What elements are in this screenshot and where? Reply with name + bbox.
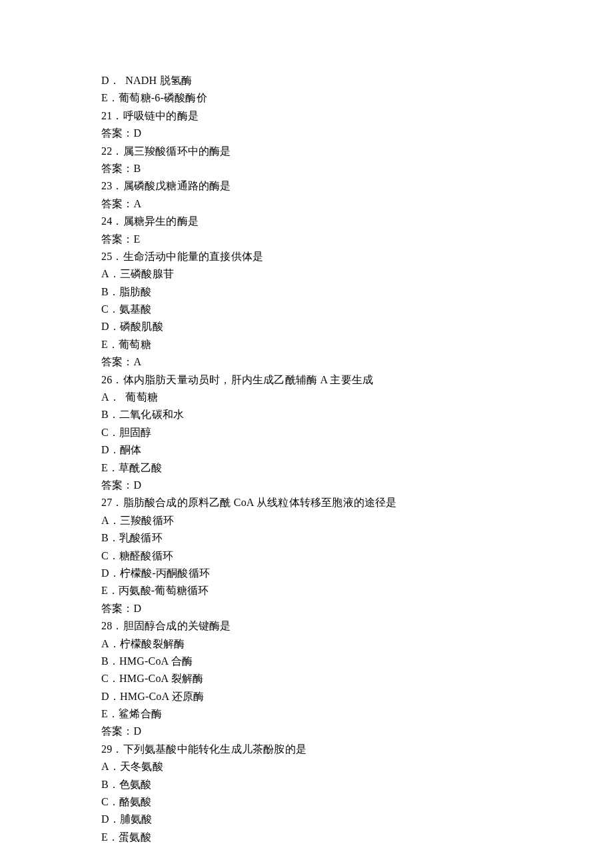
document-page: D． NADH 脱氢酶 E．葡萄糖-6-磷酸酶价 21．呼吸链中的酶是 答案：D…	[0, 0, 613, 868]
text-line: E．葡萄糖-6-磷酸酶价	[101, 89, 613, 107]
text-line: 答案：D	[101, 723, 613, 740]
text-line: A． 葡萄糖	[101, 389, 613, 406]
text-line: 答案：A	[101, 353, 613, 371]
text-line: 答案：D	[101, 600, 613, 617]
text-line: C．HMG-CoA 裂解酶	[101, 670, 613, 687]
text-line: E．鲨烯合酶	[101, 705, 613, 723]
text-line: 答案：D	[101, 477, 613, 494]
text-line: 28．胆固醇合成的关键酶是	[101, 617, 613, 635]
text-line: C．胆固醇	[101, 424, 613, 441]
text-line: 26．体内脂肪天量动员时，肝内生成乙酰辅酶 A 主要生成	[101, 371, 613, 389]
text-line: B．二氧化碳和水	[101, 406, 613, 423]
text-line: D．磷酸肌酸	[101, 318, 613, 335]
text-line: D．柠檬酸-丙酮酸循环	[101, 565, 613, 582]
text-line: B．乳酸循环	[101, 529, 613, 547]
text-line: 答案：D	[101, 125, 613, 142]
text-line: C．氨基酸	[101, 301, 613, 318]
text-line: 23．属磷酸戊糖通路的酶是	[101, 177, 613, 195]
text-line: 22．属三羧酸循环中的酶是	[101, 143, 613, 160]
text-line: C．酪氨酸	[101, 793, 613, 811]
text-line: D． NADH 脱氢酶	[101, 72, 613, 89]
text-line: 答案：B	[101, 160, 613, 177]
text-line: E．葡萄糖	[101, 336, 613, 353]
text-line: D．酮体	[101, 441, 613, 459]
text-line: D．脯氨酸	[101, 811, 613, 828]
text-line: A．柠檬酸裂解酶	[101, 635, 613, 653]
text-line: A．三羧酸循环	[101, 512, 613, 529]
text-line: B．色氨酸	[101, 776, 613, 793]
text-line: 21．呼吸链中的酶是	[101, 107, 613, 125]
text-line: 24．属糖异生的酶是	[101, 213, 613, 230]
text-line: E．蛋氨酸	[101, 829, 613, 846]
text-line: B．脂肪酸	[101, 283, 613, 301]
text-line: 27．脂肪酸合成的原料乙酰 CoA 从线粒体转移至胞液的途径是	[101, 494, 613, 511]
text-line: A．天冬氨酸	[101, 758, 613, 775]
text-line: C．糖醛酸循环	[101, 547, 613, 565]
text-line: E．丙氨酸-葡萄糖循环	[101, 582, 613, 599]
text-line: D．HMG-CoA 还原酶	[101, 688, 613, 705]
text-line: 25．生命活动中能量的直接供体是	[101, 248, 613, 265]
text-line: A．三磷酸腺苷	[101, 265, 613, 283]
text-line: 29．下列氨基酸中能转化生成儿茶酚胺的是	[101, 741, 613, 758]
text-line: 答案：E	[101, 231, 613, 248]
text-line: B．HMG-CoA 合酶	[101, 653, 613, 670]
text-line: 答案：A	[101, 195, 613, 213]
text-line: E．草酰乙酸	[101, 459, 613, 477]
